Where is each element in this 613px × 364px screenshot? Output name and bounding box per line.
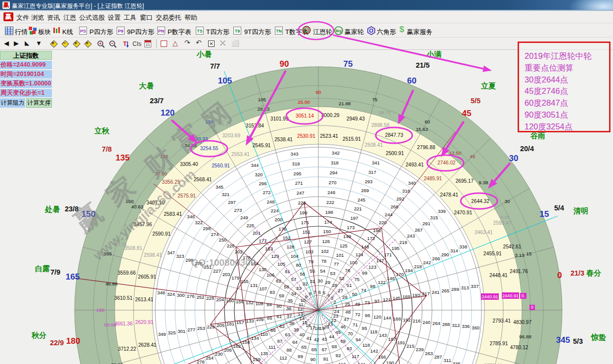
svg-text:342: 342: [332, 150, 340, 156]
svg-text:338: 338: [459, 244, 467, 249]
svg-text:47: 47: [344, 317, 350, 322]
svg-text:220: 220: [379, 220, 387, 225]
svg-text:127: 127: [304, 239, 312, 244]
svg-text:204: 204: [216, 297, 224, 302]
svg-text:2493.41: 2493.41: [405, 162, 424, 167]
svg-text:Big: Big: [336, 29, 342, 33]
svg-text:QQ:100800300: QQ:100800300: [191, 257, 256, 268]
svg-text:224: 224: [271, 208, 279, 213]
svg-text:2: 2: [333, 299, 336, 305]
svg-text:182: 182: [233, 343, 241, 349]
svg-text:小暑: 小暑: [196, 50, 212, 58]
svg-text:7/8: 7/8: [102, 145, 112, 153]
svg-text:15: 15: [526, 251, 532, 256]
svg-text:322: 322: [195, 220, 203, 225]
svg-text:54: 54: [320, 268, 325, 274]
svg-text:324: 324: [167, 291, 175, 297]
svg-text:179: 179: [231, 275, 239, 281]
svg-text:117: 117: [351, 354, 359, 359]
svg-text:24: 24: [334, 309, 340, 314]
svg-text:65: 65: [302, 344, 307, 350]
svg-text:80: 80: [296, 262, 301, 268]
svg-text:129: 129: [271, 253, 279, 259]
svg-text:243: 243: [407, 233, 415, 239]
svg-text:197: 197: [350, 215, 358, 221]
svg-text:216: 216: [413, 318, 421, 324]
svg-text:4: 4: [327, 292, 330, 298]
svg-text:5/3: 5/3: [573, 337, 583, 345]
svg-text:3559.66: 3559.66: [118, 270, 136, 276]
svg-text:15.63: 15.63: [416, 126, 428, 132]
svg-text:151: 151: [303, 229, 310, 235]
svg-text:142: 142: [370, 348, 378, 354]
svg-text:99: 99: [362, 270, 367, 276]
svg-text:242: 242: [423, 260, 431, 265]
svg-text:45: 45: [462, 109, 472, 118]
svg-text:36: 36: [286, 306, 292, 311]
svg-text:311: 311: [443, 358, 451, 363]
svg-text:春分: 春分: [586, 269, 601, 277]
svg-text:2746.02: 2746.02: [438, 160, 456, 165]
svg-text:0.: 0.: [522, 293, 525, 298]
svg-text:105: 105: [258, 97, 266, 102]
svg-text:300: 300: [177, 292, 185, 298]
svg-text:158: 158: [242, 339, 250, 345]
svg-text:153: 153: [265, 246, 273, 251]
svg-text:2440.91: 2440.91: [502, 293, 519, 298]
svg-text:190: 190: [386, 360, 394, 364]
svg-text:42: 42: [314, 337, 319, 342]
svg-text:335: 335: [452, 361, 460, 364]
svg-text:2530.91: 2530.91: [297, 133, 315, 139]
svg-text:2538.41: 2538.41: [274, 137, 293, 142]
svg-text:90: 90: [316, 89, 321, 95]
svg-text:240: 240: [423, 320, 431, 325]
svg-text:301: 301: [177, 328, 185, 334]
svg-text:66: 66: [311, 347, 317, 352]
svg-text:大暑: 大暑: [139, 81, 154, 90]
svg-text:267: 267: [415, 227, 423, 233]
svg-text:2553.41: 2553.41: [231, 152, 250, 157]
svg-text:298: 298: [203, 226, 211, 231]
svg-text:88: 88: [286, 347, 292, 353]
svg-text:98: 98: [370, 283, 376, 289]
svg-text:2598.41: 2598.41: [144, 252, 162, 258]
svg-text:349: 349: [158, 331, 166, 337]
svg-text:277: 277: [187, 327, 195, 332]
svg-text:2583.41: 2583.41: [164, 211, 182, 217]
svg-text:38: 38: [289, 321, 295, 326]
svg-text:2590.91: 2590.91: [152, 231, 171, 237]
svg-text:2545.91: 2545.91: [253, 143, 271, 148]
svg-text:241: 241: [432, 289, 439, 295]
svg-text:274: 274: [211, 232, 219, 237]
svg-text:2508.41: 2508.41: [365, 142, 383, 148]
svg-text:144: 144: [383, 315, 392, 321]
svg-text:23: 23: [333, 313, 339, 319]
svg-text:112: 112: [279, 355, 287, 361]
svg-text:3101.99: 3101.99: [270, 116, 289, 121]
svg-text:271: 271: [295, 180, 303, 186]
svg-text:141: 141: [357, 362, 365, 364]
svg-text:73: 73: [364, 300, 370, 305]
svg-text:293: 293: [365, 179, 373, 184]
svg-text:108: 108: [256, 301, 263, 306]
svg-text:64: 64: [292, 339, 298, 345]
svg-text:63: 63: [285, 332, 290, 337]
svg-text:85: 85: [267, 315, 272, 321]
svg-text:91: 91: [323, 356, 329, 362]
svg-text:106: 106: [266, 272, 274, 278]
svg-text:62: 62: [279, 324, 285, 329]
svg-text:120: 120: [373, 314, 381, 320]
svg-text:244: 244: [385, 212, 393, 217]
svg-text:272: 272: [263, 190, 270, 195]
svg-text:12.50: 12.50: [449, 150, 462, 156]
svg-text:2500.91: 2500.91: [386, 151, 404, 156]
svg-text:50.00: 50.00: [104, 322, 117, 327]
svg-text:3508.81: 3508.81: [124, 245, 142, 251]
svg-text:3610.51: 3610.51: [114, 295, 132, 301]
svg-text:2593.47: 2593.47: [493, 220, 512, 226]
svg-text:319: 319: [292, 161, 300, 166]
svg-text:2575.91: 2575.91: [177, 193, 196, 199]
svg-text:27: 27: [338, 288, 344, 293]
svg-text:174: 174: [324, 219, 333, 225]
svg-text:247: 247: [297, 190, 305, 196]
